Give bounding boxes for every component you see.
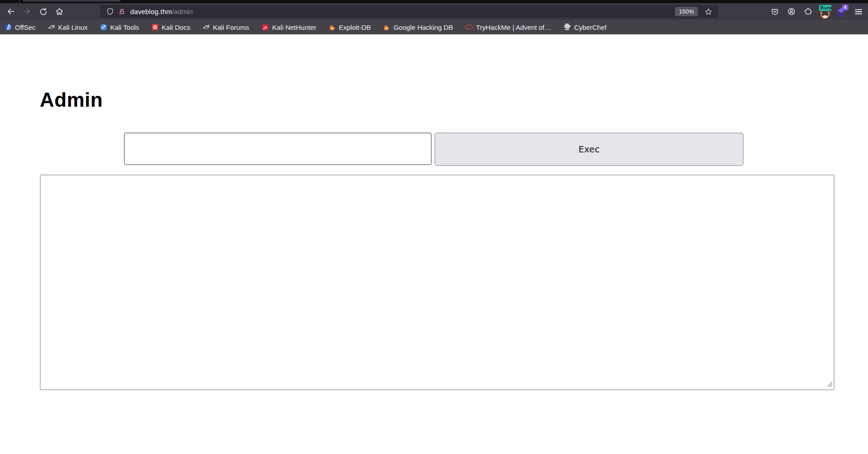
kali-tools-icon bbox=[100, 24, 107, 31]
exec-button[interactable]: Exec bbox=[434, 132, 744, 166]
pocket-icon bbox=[771, 8, 779, 16]
bookmark-star-icon[interactable] bbox=[703, 6, 714, 18]
bookmarks-toolbar: OffSec Kali Linux Kali Tools Kali Docs bbox=[0, 20, 868, 34]
back-arrow-icon bbox=[6, 7, 15, 16]
kali-dragon-icon bbox=[203, 24, 210, 31]
back-button[interactable] bbox=[4, 5, 18, 19]
foxyproxy-extension-button[interactable]: Burp bbox=[818, 5, 832, 19]
account-button[interactable] bbox=[784, 5, 798, 19]
bookmark-label: CyberChef bbox=[574, 24, 607, 31]
bookmark-kali-tools[interactable]: Kali Tools bbox=[100, 24, 139, 31]
foxyproxy-fox-icon bbox=[820, 11, 830, 19]
cyberchef-hat-icon bbox=[563, 24, 571, 31]
kali-docs-icon bbox=[151, 24, 159, 31]
proxy-mode-badge: Burp bbox=[819, 5, 831, 11]
bookmark-kali-linux[interactable]: Kali Linux bbox=[48, 24, 88, 31]
zoom-level-indicator[interactable]: 150% bbox=[675, 7, 698, 16]
toolbar-right-icons: Burp 4 bbox=[768, 5, 865, 19]
bookmark-label: Google Hacking DB bbox=[393, 24, 453, 31]
layers-extension-button[interactable]: 4 bbox=[835, 5, 849, 19]
extension-count-badge: 4 bbox=[842, 5, 849, 10]
active-tab-edge[interactable] bbox=[23, 0, 121, 1]
tracking-protection-shield-icon[interactable] bbox=[104, 6, 116, 18]
bookmark-cyberchef[interactable]: CyberChef bbox=[563, 24, 607, 31]
web-page-content: Admin Exec bbox=[0, 89, 868, 454]
forward-arrow-icon bbox=[23, 7, 31, 16]
menu-button[interactable] bbox=[851, 5, 865, 19]
bookmark-label: OffSec bbox=[15, 24, 36, 31]
bookmark-kali-forums[interactable]: Kali Forums bbox=[203, 24, 249, 31]
browser-chrome: daveblog.thm/admin 150% bbox=[0, 0, 868, 34]
kali-dragon-icon bbox=[48, 24, 55, 31]
extensions-button[interactable] bbox=[801, 5, 815, 19]
reload-icon bbox=[39, 8, 47, 16]
bookmark-label: Exploit-DB bbox=[339, 24, 371, 31]
bookmark-label: TryHackMe | Advent of… bbox=[476, 24, 551, 31]
nethunter-icon bbox=[261, 24, 269, 31]
bookmark-label: Kali Forums bbox=[213, 24, 249, 31]
forward-button[interactable] bbox=[20, 5, 34, 19]
navigation-toolbar: daveblog.thm/admin 150% bbox=[0, 3, 868, 20]
puzzle-piece-icon bbox=[804, 7, 812, 16]
home-icon bbox=[55, 7, 64, 16]
url-bar[interactable]: daveblog.thm/admin 150% bbox=[100, 5, 718, 18]
output-area-wrapper bbox=[40, 175, 835, 390]
bookmark-exploit-db[interactable]: Exploit-DB bbox=[329, 24, 371, 31]
bookmark-label: Kali Docs bbox=[162, 24, 190, 31]
insecure-lock-icon[interactable] bbox=[116, 6, 127, 18]
bookmark-label: Kali Linux bbox=[58, 24, 88, 31]
google-hacking-db-icon bbox=[383, 24, 390, 31]
offsec-icon bbox=[5, 24, 12, 31]
url-path: /admin bbox=[172, 8, 193, 15]
bookmark-label: Kali Tools bbox=[110, 24, 139, 31]
bookmark-offsec[interactable]: OffSec bbox=[5, 24, 36, 31]
exploit-db-icon bbox=[329, 24, 336, 31]
url-domain: daveblog.thm bbox=[130, 8, 172, 15]
bookmark-kali-docs[interactable]: Kali Docs bbox=[151, 24, 190, 31]
command-input[interactable] bbox=[124, 132, 432, 165]
url-text[interactable]: daveblog.thm/admin bbox=[130, 8, 193, 15]
account-icon bbox=[787, 7, 796, 16]
tryhackme-icon bbox=[465, 24, 473, 31]
command-output-textarea[interactable] bbox=[40, 175, 835, 390]
bookmark-kali-nethunter[interactable]: Kali NetHunter bbox=[261, 24, 316, 31]
command-exec-form: Exec bbox=[124, 132, 868, 166]
page-title: Admin bbox=[40, 89, 868, 111]
tab-strip bbox=[0, 0, 868, 3]
hamburger-menu-icon bbox=[854, 8, 863, 15]
bookmark-label: Kali NetHunter bbox=[272, 24, 316, 31]
pocket-button[interactable] bbox=[768, 5, 782, 19]
tab-separator bbox=[19, 0, 19, 3]
home-button[interactable] bbox=[52, 5, 66, 19]
textarea-resize-handle-icon[interactable] bbox=[826, 381, 833, 387]
bookmark-tryhackme[interactable]: TryHackMe | Advent of… bbox=[465, 24, 551, 31]
reload-button[interactable] bbox=[36, 5, 50, 19]
bookmark-google-hacking-db[interactable]: Google Hacking DB bbox=[383, 24, 453, 31]
